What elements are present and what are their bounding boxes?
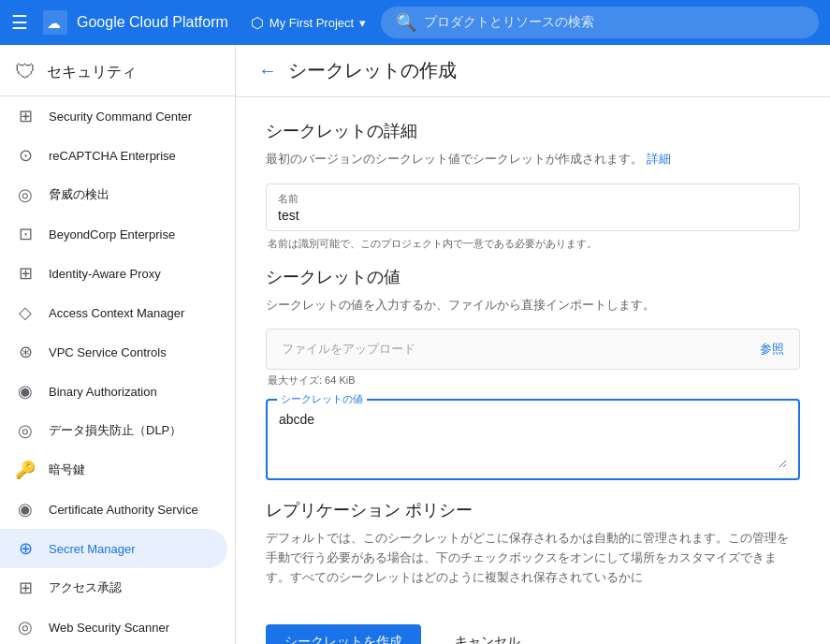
search-placeholder: プロダクトとリソースの検索 <box>424 14 594 31</box>
svg-text:☁: ☁ <box>47 16 61 31</box>
back-arrow-icon: ← <box>258 60 277 81</box>
sidebar-item-security-command-center[interactable]: ⊞ Security Command Center <box>0 96 227 136</box>
sidebar-item-vpc[interactable]: ⊛ VPC Service Controls <box>0 332 227 372</box>
access-approval-icon: ⊞ <box>15 578 36 598</box>
search-bar[interactable]: 🔍 プロダクトとリソースの検索 <box>381 7 819 38</box>
secret-manager-icon: ⊕ <box>15 538 36 559</box>
replication-section: レプリケーション ポリシー デフォルトでは、このシークレットがどこに保存されるか… <box>266 499 800 587</box>
sidebar-item-encryption[interactable]: 🔑 暗号鍵 <box>0 450 227 490</box>
value-description: シークレットの値を入力するか、ファイルから直接インポートします。 <box>266 296 800 315</box>
file-upload-area: ファイルをアップロード 参照 <box>266 329 800 370</box>
threat-detection-icon: ◎ <box>15 184 36 205</box>
back-button[interactable]: ← <box>258 60 277 81</box>
sidebar: 🛡 セキュリティ ⊞ Security Command Center ⊙ reC… <box>0 45 236 644</box>
browse-button[interactable]: 参照 <box>760 341 784 358</box>
certificate-icon: ◉ <box>15 499 36 520</box>
sidebar-label-access-approval: アクセス承認 <box>49 579 122 596</box>
sidebar-item-web-scanner[interactable]: ◎ Web Security Scanner <box>0 607 227 644</box>
sidebar-label-security-command-center: Security Command Center <box>49 110 192 124</box>
sidebar-item-access-approval[interactable]: ⊞ アクセス承認 <box>0 568 227 607</box>
detail-description-text: 最初のバージョンのシークレット値でシークレットが作成されます。 <box>266 152 643 166</box>
chevron-down-icon: ▾ <box>359 16 366 30</box>
beyondcorp-icon: ⊡ <box>15 224 36 244</box>
recaptcha-icon: ⊙ <box>15 145 36 166</box>
name-field-container: 名前 <box>266 183 800 231</box>
sidebar-label-secret-manager: Secret Manager <box>49 542 136 556</box>
main-content: ← シークレットの作成 シークレットの詳細 最初のバージョンのシークレット値でシ… <box>236 45 830 644</box>
value-section: シークレットの値 シークレットの値を入力するか、ファイルから直接インポートします… <box>266 266 800 481</box>
menu-icon[interactable]: ☰ <box>11 11 28 34</box>
app-body: 🛡 セキュリティ ⊞ Security Command Center ⊙ reC… <box>0 45 830 644</box>
secret-value-input[interactable]: abcde <box>279 408 787 468</box>
iap-icon: ⊞ <box>15 263 36 284</box>
search-icon: 🔍 <box>396 12 416 33</box>
binary-auth-icon: ◉ <box>15 381 36 402</box>
sidebar-item-access-context[interactable]: ◇ Access Context Manager <box>0 293 227 332</box>
value-section-title: シークレットの値 <box>266 266 800 288</box>
sidebar-item-binary-auth[interactable]: ◉ Binary Authorization <box>0 372 227 411</box>
upload-placeholder: ファイルをアップロード <box>282 341 415 358</box>
app-title: Google Cloud Platform <box>77 14 228 31</box>
detail-section: シークレットの詳細 最初のバージョンのシークレット値でシークレットが作成されます… <box>266 120 800 251</box>
sidebar-item-secret-manager[interactable]: ⊕ Secret Manager <box>0 529 227 568</box>
page-header: ← シークレットの作成 <box>236 45 830 97</box>
sidebar-item-threat-detection[interactable]: ◎ 脅威の検出 <box>0 175 227 214</box>
form-content: シークレットの詳細 最初のバージョンのシークレット値でシークレットが作成されます… <box>236 97 830 609</box>
cancel-button[interactable]: キャンセル <box>436 624 539 644</box>
sidebar-item-beyondcorp[interactable]: ⊡ BeyondCorp Enterprise <box>0 214 227 254</box>
vpc-icon: ⊛ <box>15 342 36 362</box>
sidebar-header: 🛡 セキュリティ <box>0 45 235 96</box>
web-scanner-icon: ◎ <box>15 617 36 637</box>
name-input[interactable] <box>278 208 788 223</box>
security-header-icon: 🛡 <box>15 60 36 84</box>
sidebar-label-threat-detection: 脅威の検出 <box>49 186 109 203</box>
upload-hint: 最大サイズ: 64 KiB <box>266 373 800 388</box>
access-context-icon: ◇ <box>15 302 36 323</box>
encryption-icon: 🔑 <box>15 460 36 480</box>
detail-section-title: シークレットの詳細 <box>266 120 800 142</box>
sidebar-label-vpc: VPC Service Controls <box>49 345 167 359</box>
sidebar-label-encryption: 暗号鍵 <box>49 461 85 478</box>
project-name: My First Project <box>269 16 354 30</box>
sidebar-label-dlp: データ損失防止（DLP） <box>49 422 182 439</box>
secret-value-label: シークレットの値 <box>277 392 367 406</box>
sidebar-label-certificate: Certificate Authority Service <box>49 503 198 517</box>
security-command-center-icon: ⊞ <box>15 106 36 126</box>
sidebar-label-beyondcorp: BeyondCorp Enterprise <box>49 227 175 242</box>
name-label: 名前 <box>278 192 788 206</box>
create-secret-button[interactable]: シークレットを作成 <box>266 624 421 644</box>
sidebar-item-dlp[interactable]: ◎ データ損失防止（DLP） <box>0 411 227 450</box>
app-logo: ☁ Google Cloud Platform <box>43 10 228 35</box>
sidebar-label-iap: Identity-Aware Proxy <box>49 267 161 281</box>
sidebar-item-iap[interactable]: ⊞ Identity-Aware Proxy <box>0 254 227 293</box>
secret-value-container: シークレットの値 abcde <box>266 399 800 480</box>
sidebar-item-certificate[interactable]: ◉ Certificate Authority Service <box>0 490 227 529</box>
sidebar-item-recaptcha[interactable]: ⊙ reCAPTCHA Enterprise <box>0 136 227 175</box>
sidebar-label-binary-auth: Binary Authorization <box>49 385 157 399</box>
gcp-logo-icon: ☁ <box>43 10 67 35</box>
name-hint: 名前は識別可能で、このプロジェクト内で一意である必要があります。 <box>266 237 800 251</box>
sidebar-label-access-context: Access Context Manager <box>49 306 184 320</box>
project-selector[interactable]: ⬡ My First Project ▾ <box>251 14 366 32</box>
sidebar-label-recaptcha: reCAPTCHA Enterprise <box>49 149 176 163</box>
project-icon: ⬡ <box>251 14 264 32</box>
replication-title: レプリケーション ポリシー <box>266 499 800 521</box>
detail-link[interactable]: 詳細 <box>647 152 671 166</box>
app-header: ☰ ☁ Google Cloud Platform ⬡ My First Pro… <box>0 0 830 45</box>
sidebar-title: セキュリティ <box>47 63 137 82</box>
sidebar-label-web-scanner: Web Security Scanner <box>49 621 169 635</box>
replication-description: デフォルトでは、このシークレットがどこに保存されるかは自動的に管理されます。この… <box>266 529 800 587</box>
detail-description: 最初のバージョンのシークレット値でシークレットが作成されます。 詳細 <box>266 150 800 168</box>
dlp-icon: ◎ <box>15 420 36 441</box>
page-title: シークレットの作成 <box>288 58 457 83</box>
action-bar: シークレットを作成 キャンセル <box>236 609 830 644</box>
